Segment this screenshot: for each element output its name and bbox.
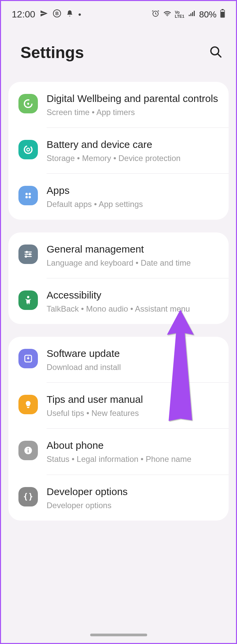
item-battery[interactable]: Battery and device care Storage • Memory… [8, 128, 229, 173]
item-title: Accessibility [47, 288, 220, 302]
item-title: Apps [47, 184, 220, 197]
braces-icon [18, 487, 38, 506]
svg-rect-5 [222, 9, 224, 10]
home-indicator[interactable] [90, 634, 147, 636]
item-title: About phone [47, 439, 220, 452]
send-icon [40, 9, 48, 19]
svg-point-9 [24, 146, 32, 154]
apps-icon [18, 186, 38, 205]
svg-point-14 [28, 196, 31, 199]
header-bar: Settings [1, 26, 236, 82]
svg-point-10 [27, 148, 30, 151]
svg-point-18 [29, 253, 31, 255]
status-bar: 12:00 B ● VoLTE1 80% [1, 1, 236, 26]
more-dot-icon: ● [78, 11, 81, 17]
svg-point-24 [27, 448, 29, 449]
item-title: Tips and user manual [47, 393, 220, 406]
item-subtitle: Storage • Memory • Device protection [47, 153, 220, 163]
svg-point-12 [28, 193, 31, 195]
circle-b-icon: B [53, 9, 61, 20]
svg-point-20 [25, 255, 27, 258]
item-title: Digital Wellbeing and parental controls [47, 92, 220, 105]
clock: 12:00 [12, 9, 35, 20]
item-subtitle: Developer options [47, 500, 220, 511]
item-subtitle: Default apps • App settings [47, 199, 220, 209]
item-wellbeing[interactable]: Digital Wellbeing and parental controls … [8, 82, 229, 127]
battery-percent: 80% [199, 9, 217, 20]
item-title: Developer options [47, 485, 220, 498]
svg-point-16 [26, 251, 28, 253]
svg-point-21 [27, 296, 29, 298]
battery-icon [220, 9, 225, 20]
item-about-phone[interactable]: About phone Status • Legal information •… [8, 429, 229, 474]
sliders-icon [18, 245, 38, 264]
item-title: Software update [47, 347, 220, 360]
item-subtitle: Useful tips • New features [47, 408, 220, 418]
update-icon [18, 349, 38, 368]
battery-care-icon [18, 140, 38, 159]
group-device: Digital Wellbeing and parental controls … [8, 82, 229, 220]
svg-rect-25 [28, 450, 29, 453]
item-apps[interactable]: Apps Default apps • App settings [8, 174, 229, 219]
info-icon [18, 441, 38, 460]
svg-point-13 [25, 196, 28, 199]
wifi-icon [163, 9, 172, 20]
bell-icon [66, 10, 73, 19]
item-subtitle: Download and install [47, 362, 220, 372]
item-general-management[interactable]: General management Language and keyboard… [8, 232, 229, 278]
accessibility-icon [18, 290, 38, 310]
volte-icon: VoLTE1 [175, 10, 184, 18]
group-general: General management Language and keyboard… [8, 232, 229, 324]
item-subtitle: TalkBack • Mono audio • Assistant menu [47, 304, 220, 314]
item-subtitle: Status • Legal information • Phone name [47, 454, 220, 464]
item-tips[interactable]: Tips and user manual Useful tips • New f… [8, 383, 229, 428]
page-title: Settings [20, 43, 84, 62]
item-subtitle: Screen time • App timers [47, 107, 220, 117]
item-title: Battery and device care [47, 138, 220, 151]
svg-line-7 [218, 54, 221, 57]
status-left: 12:00 B ● [12, 9, 81, 20]
search-icon[interactable] [209, 45, 223, 60]
wellbeing-icon [18, 94, 38, 113]
item-developer-options[interactable]: Developer options Developer options [8, 475, 229, 521]
lightbulb-icon [18, 395, 38, 414]
svg-point-11 [25, 193, 28, 195]
item-subtitle: Language and keyboard • Date and time [47, 258, 220, 268]
item-title: General management [47, 243, 220, 256]
svg-rect-4 [221, 12, 224, 17]
status-right: VoLTE1 80% [152, 9, 226, 20]
alarm-icon [152, 9, 160, 19]
group-system: Software update Download and install Tip… [8, 337, 229, 521]
signal-icon [188, 9, 196, 19]
item-accessibility[interactable]: Accessibility TalkBack • Mono audio • As… [8, 278, 229, 324]
item-software-update[interactable]: Software update Download and install [8, 337, 229, 382]
svg-text:B: B [55, 11, 59, 16]
